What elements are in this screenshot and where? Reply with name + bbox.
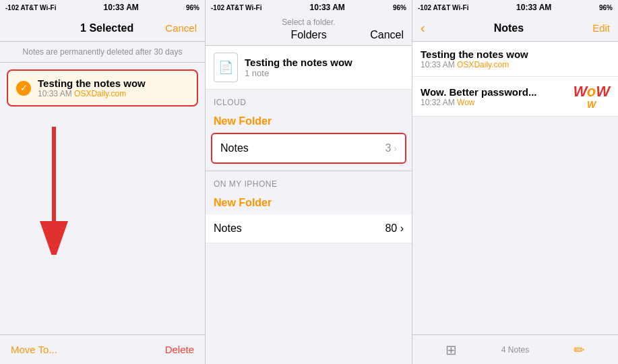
nav-subtitle-2: Select a folder. [214, 18, 404, 29]
battery-1: 96% [186, 4, 199, 11]
oniphone-notes-chevron: › [400, 222, 404, 234]
battery-2: 96% [393, 4, 406, 11]
note-meta-1: 10:33 AM OSXDaily.com [38, 89, 146, 98]
note-item-2[interactable]: Wow. Better password... 10:32 AM Wow WoW… [412, 77, 618, 117]
note-source-1: OSXDaily.com [74, 89, 126, 98]
note-title-1: Testing the notes wow [38, 78, 146, 89]
nav-area-2: Select a folder. Folders Cancel [206, 15, 412, 46]
time-1: 10:33 AM [104, 3, 139, 12]
note-time-1: 10:33 AM [38, 89, 72, 98]
nav-bar-3: ‹ Notes Edit [412, 15, 618, 42]
note-preview-2: 📄 Testing the notes wow 1 note [206, 46, 412, 90]
time-3: 10:33 AM [516, 3, 551, 12]
time-2: 10:33 AM [310, 3, 345, 12]
p3-time-1: 10:33 AM [421, 60, 455, 69]
cancel-button-1[interactable]: Cancel [165, 22, 197, 34]
back-button-3[interactable]: ‹ [421, 20, 425, 36]
compose-icon[interactable]: ✏ [574, 342, 585, 358]
icloud-notes-count-area: 3 › [385, 142, 397, 154]
p3-source-1: OSXDaily.com [457, 60, 509, 69]
grid-icon[interactable]: ⊞ [445, 342, 457, 358]
icloud-notes-name: Notes [220, 142, 249, 154]
p3-time-2: 10:32 AM [421, 98, 455, 107]
note-text-2: Wow. Better password... 10:32 AM Wow [421, 86, 566, 107]
bottom-bar-3: ⊞ 4 Notes ✏ [412, 334, 618, 364]
cancel-button-2[interactable]: Cancel [370, 29, 404, 41]
nav-row-2: Folders Cancel [214, 29, 404, 41]
note-file-icon: 📄 [214, 53, 238, 82]
icloud-label: ICLOUD [206, 90, 412, 110]
oniphone-notes-name: Notes [214, 222, 242, 235]
carrier-3: -102 AT&T Wi-Fi [418, 4, 468, 11]
status-bar-2: -102 AT&T Wi-Fi 10:33 AM 96% [206, 0, 412, 15]
note-text-1: Testing the notes wow 10:33 AM OSXDaily.… [421, 49, 610, 69]
p3-meta-1: 10:33 AM OSXDaily.com [421, 60, 610, 69]
move-to-button[interactable]: Move To... [11, 344, 57, 355]
icloud-notes-count: 3 [385, 142, 391, 154]
nav-title-3: Notes [425, 22, 592, 34]
selected-note-item[interactable]: ✓ Testing the notes wow 10:33 AM OSXDail… [7, 69, 198, 107]
notes-count-label: 4 Notes [501, 345, 529, 355]
status-bar-3: -102 AT&T Wi-Fi 10:33 AM 96% [412, 0, 618, 15]
icloud-new-folder[interactable]: New Folder [206, 110, 412, 133]
p3-meta-2: 10:32 AM Wow [421, 98, 566, 107]
edit-button-3[interactable]: Edit [592, 22, 610, 34]
oniphone-label: ON MY IPHONE [206, 171, 412, 191]
oniphone-notes-row[interactable]: Notes 80 › [206, 214, 412, 243]
checkmark-icon: ✓ [16, 81, 31, 96]
notes-list: Testing the notes wow 10:33 AM OSXDaily.… [412, 42, 618, 334]
panel-notes-list: -102 AT&T Wi-Fi 10:33 AM 96% ‹ Notes Edi… [412, 0, 618, 364]
nav-title-2: Folders [290, 29, 326, 41]
arrow-container [0, 113, 205, 334]
icloud-notes-row[interactable]: Notes 3 › [211, 133, 406, 164]
oniphone-new-folder[interactable]: New Folder [206, 191, 412, 214]
status-bar-1: -102 AT&T Wi-Fi 10:33 AM 96% [0, 0, 205, 15]
panel-recently-deleted: -102 AT&T Wi-Fi 10:33 AM 96% 1 Selected … [0, 0, 206, 364]
note-item-1[interactable]: Testing the notes wow 10:33 AM OSXDaily.… [412, 42, 618, 77]
note-content: Testing the notes wow 10:33 AM OSXDaily.… [38, 78, 146, 98]
deletion-notice: Notes are permanently deleted after 30 d… [0, 42, 205, 63]
preview-title: Testing the notes wow [245, 57, 352, 68]
bottom-bar-1: Move To... Delete [0, 334, 205, 364]
nav-title-1: 1 Selected [49, 22, 165, 34]
oniphone-notes-count-area: 80 › [385, 222, 404, 235]
wow-badge: WoW W [573, 84, 610, 109]
delete-button[interactable]: Delete [165, 344, 194, 355]
carrier-2: -102 AT&T Wi-Fi [211, 4, 261, 11]
p3-title-2: Wow. Better password... [421, 86, 566, 98]
panel-folder-select: -102 AT&T Wi-Fi 10:33 AM 96% Select a fo… [206, 0, 412, 364]
preview-count: 1 note [245, 68, 352, 78]
carrier-1: -102 AT&T Wi-Fi [5, 4, 56, 11]
battery-3: 96% [599, 4, 613, 11]
down-arrow-icon [34, 120, 88, 255]
p3-title-1: Testing the notes wow [421, 49, 610, 60]
oniphone-notes-count: 80 [385, 222, 397, 234]
note-details-2: Testing the notes wow 1 note [245, 57, 352, 78]
nav-bar-1: 1 Selected Cancel [0, 15, 205, 42]
p3-source-2: Wow [457, 98, 474, 107]
icloud-notes-chevron: › [394, 143, 397, 154]
